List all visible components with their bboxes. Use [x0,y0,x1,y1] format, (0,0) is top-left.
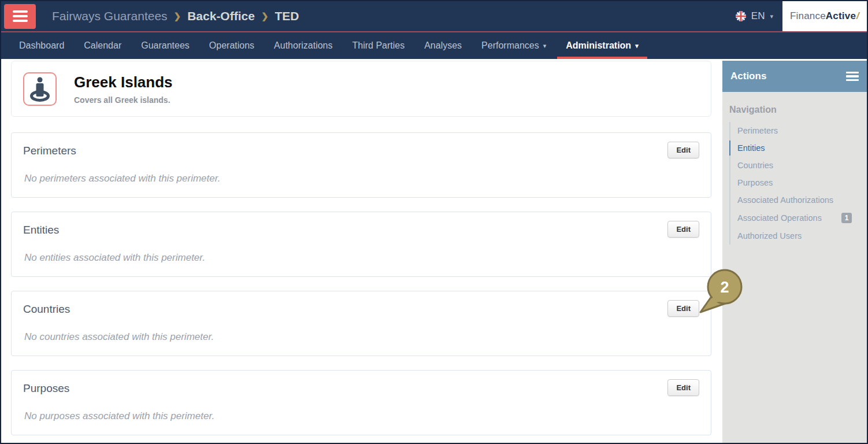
actions-sidebar: Actions Navigation Perimeters Entities C… [722,59,867,443]
nav-item-label: Third Parties [352,40,405,51]
nav-item-label: Guarantees [141,40,190,51]
section-card: Entities Edit No entities associated wit… [11,212,711,277]
menu-icon[interactable] [4,4,36,29]
nav-item-label: Authorizations [274,40,332,51]
section-card: Countries Edit No countries associated w… [11,291,711,356]
breadcrumb-separator-icon: ❯ [174,11,181,21]
nav-item[interactable]: Authorizations ▾ [264,32,342,59]
nav-item[interactable]: Third Parties ▾ [342,32,414,59]
section-card: Perimeters Edit No perimeters associated… [11,132,711,198]
count-badge: 1 [841,213,852,223]
section-card-header: Purposes Edit [23,379,699,396]
sidebar-nav-item-label: Authorized Users [737,231,802,240]
nav-item-label: Calendar [84,40,121,51]
active-tab-underline [557,57,647,59]
breadcrumb: Fairways Guarantees ❯ Back-Office ❯ TED [52,9,299,23]
actions-title: Actions [730,71,766,82]
main-column: Greek Islands Covers all Greek islands. … [1,59,722,443]
header-right-cluster: EN ▾ FinanceActive/ [736,1,867,31]
section-card-header: Countries Edit [23,300,699,317]
nav-item[interactable]: Analyses ▾ [414,32,472,59]
language-code: EN [751,10,765,22]
page-head-text: Greek Islands Covers all Greek islands. [74,73,173,105]
chevron-down-icon: ▾ [543,42,547,50]
finance-active-logo: FinanceActive/ [782,1,867,31]
sidebar-body: Navigation Perimeters Entities Countries… [722,92,867,443]
nav-item-label: Analyses [424,40,462,51]
breadcrumb-level2: TED [275,9,299,23]
breadcrumb-level1[interactable]: Back-Office [187,9,255,23]
menu-icon[interactable] [846,72,859,82]
edit-button[interactable]: Edit [667,221,699,238]
breadcrumb-separator-icon: ❯ [261,11,269,21]
sidebar-nav-item-label: Purposes [737,178,773,187]
page-title: Greek Islands [74,73,173,91]
sidebar-nav-item[interactable]: Authorized Users [730,227,859,245]
sidebar-nav-item[interactable]: Entities [730,139,859,157]
section-title: Entities [23,224,59,236]
top-header-bar: Fairways Guarantees ❯ Back-Office ❯ TED … [1,1,867,31]
page-subtitle: Covers all Greek islands. [74,95,173,105]
sidebar-nav-item-label: Entities [737,143,765,153]
section-empty-text: No countries associated with this perime… [24,331,699,343]
chevron-down-icon: ▾ [635,42,639,50]
edit-button[interactable]: Edit [667,142,699,158]
nav-item[interactable]: Dashboard ▾ [9,32,74,59]
sidebar-nav-list: Perimeters Entities Countries Purposes A… [729,122,867,245]
nav-item[interactable]: Calendar ▾ [74,32,131,59]
sidebar-nav-item[interactable]: Countries [730,157,859,174]
edit-button[interactable]: Edit [667,379,699,396]
perimeter-header-card: Greek Islands Covers all Greek islands. [11,61,711,117]
sidebar-nav-item-label: Perimeters [737,126,778,135]
section-title: Perimeters [23,145,76,157]
perimeter-icon [23,72,57,106]
nav-item-label: Administration [566,40,631,51]
nav-item[interactable]: Performances ▾ [472,32,556,59]
section-card-header: Perimeters Edit [23,142,699,158]
uk-flag-icon [736,11,746,21]
person-on-ring-icon [28,76,52,102]
sidebar-nav-item[interactable]: Purposes [730,174,859,191]
section-empty-text: No purposes associated with this perimet… [24,410,699,422]
section-empty-text: No entities associated with this perimet… [24,252,699,264]
section-title: Purposes [23,382,69,395]
app-window: Fairways Guarantees ❯ Back-Office ❯ TED … [0,0,868,444]
sidebar-navigation-heading: Navigation [729,105,867,115]
content-area: Greek Islands Covers all Greek islands. … [1,59,867,443]
chevron-down-icon: ▾ [770,13,773,20]
nav-item-label: Performances [481,40,539,51]
sidebar-nav-item-label: Countries [737,161,773,170]
nav-item[interactable]: Guarantees ▾ [131,32,199,59]
section-card: Purposes Edit No purposes associated wit… [11,370,711,435]
sidebar-nav-item[interactable]: Perimeters [730,122,859,139]
sidebar-nav-item[interactable]: Associated Operations 1 [730,209,859,227]
section-list: Perimeters Edit No perimeters associated… [11,132,711,435]
section-card-header: Entities Edit [23,221,699,238]
nav-item[interactable]: Operations ▾ [199,32,264,59]
main-nav: Dashboard ▾ Calendar ▾ Guarantees ▾ Oper… [1,32,867,59]
section-empty-text: No perimeters associated with this perim… [24,173,699,184]
sidebar-nav-item[interactable]: Associated Authorizations [730,191,859,209]
nav-item-label: Dashboard [19,40,64,51]
edit-button[interactable]: Edit [667,300,699,317]
sidebar-nav-item-label: Associated Operations [737,213,822,223]
nav-item[interactable]: Administration ▾ [556,32,648,59]
nav-item-label: Operations [209,40,254,51]
sidebar-nav-item-label: Associated Authorizations [737,195,833,205]
language-selector[interactable]: EN ▾ [736,10,773,22]
section-title: Countries [23,303,70,316]
actions-panel-header[interactable]: Actions [722,61,867,92]
breadcrumb-root[interactable]: Fairways Guarantees [52,9,168,23]
